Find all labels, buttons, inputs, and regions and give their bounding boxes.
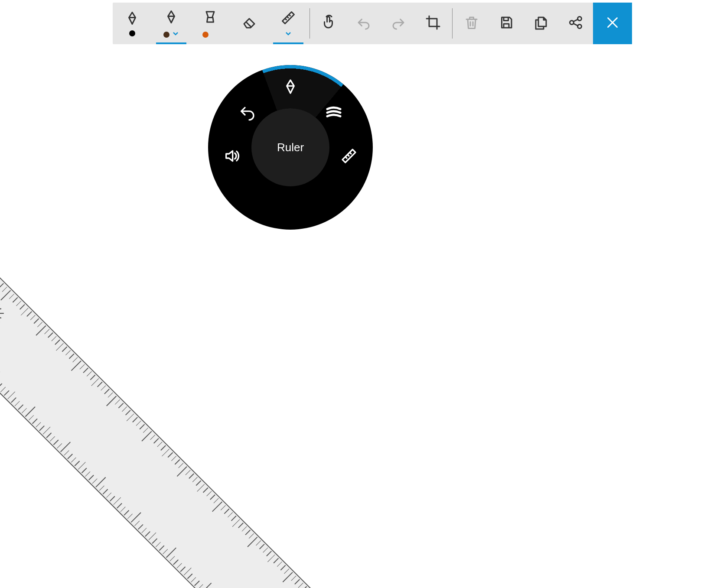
redo-button[interactable]	[381, 3, 416, 44]
radial-center-label: Ruler	[277, 141, 304, 154]
touch-writing-button[interactable]	[312, 3, 346, 44]
ballpoint-pen-tool[interactable]	[113, 3, 152, 44]
close-icon	[605, 15, 620, 32]
trash-icon	[464, 15, 479, 32]
svg-point-2	[578, 25, 582, 29]
delete-button[interactable]	[454, 3, 489, 44]
undo-button[interactable]	[346, 3, 381, 44]
eraser-tool[interactable]	[230, 3, 269, 44]
radial-item-layers[interactable]	[321, 100, 347, 126]
file-group	[454, 3, 632, 44]
pen-icon	[282, 78, 299, 95]
touch-icon	[321, 15, 337, 32]
pen-color-swatch	[163, 32, 169, 38]
svg-point-1	[578, 17, 582, 21]
radial-menu[interactable]: Ruler	[208, 65, 373, 230]
radial-item-volume[interactable]	[219, 143, 245, 169]
undo-icon	[356, 15, 371, 32]
close-button[interactable]	[593, 3, 632, 44]
ruler-icon	[340, 147, 358, 165]
pen-group	[113, 3, 308, 44]
edit-group	[312, 3, 450, 44]
copy-button[interactable]	[524, 3, 558, 44]
redo-icon	[391, 15, 406, 32]
crop-button[interactable]	[416, 3, 450, 44]
pen-color-swatch	[129, 30, 135, 36]
separator	[310, 8, 310, 39]
pencil-tool[interactable]	[152, 3, 191, 44]
highlighter-tool[interactable]	[191, 3, 230, 44]
toolbar	[113, 3, 632, 44]
chevron-down-icon[interactable]	[285, 30, 292, 37]
pen-icon	[124, 10, 140, 28]
ruler-icon	[280, 10, 296, 27]
chevron-down-icon[interactable]	[172, 30, 179, 37]
radial-item-ruler[interactable]	[336, 143, 362, 169]
radial-item-pen[interactable]	[277, 74, 303, 100]
separator	[452, 8, 453, 39]
volume-icon	[223, 147, 241, 165]
copy-icon	[533, 15, 549, 32]
ruler-tool[interactable]	[269, 3, 308, 44]
layers-icon	[325, 104, 342, 121]
undo-icon	[238, 104, 256, 121]
share-button[interactable]	[558, 3, 593, 44]
crop-icon	[425, 15, 441, 32]
pen-color-swatch	[202, 32, 209, 38]
eraser-icon	[241, 15, 257, 32]
pen-icon	[163, 9, 179, 26]
save-icon	[498, 15, 514, 32]
radial-center[interactable]: Ruler	[251, 108, 329, 186]
save-button[interactable]	[489, 3, 524, 44]
highlighter-icon	[202, 9, 218, 26]
share-icon	[568, 15, 583, 32]
radial-item-undo[interactable]	[234, 100, 260, 126]
